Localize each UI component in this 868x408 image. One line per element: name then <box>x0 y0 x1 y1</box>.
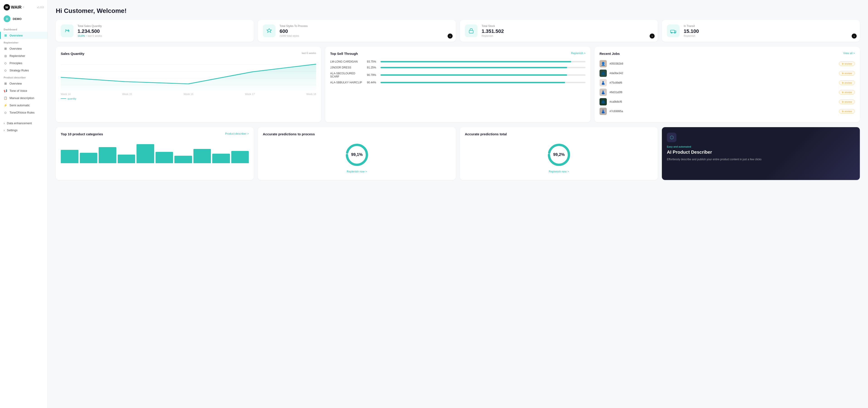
sell-bar-fill-2 <box>380 74 567 76</box>
job-id-5: #7c69995a <box>610 110 836 113</box>
recent-jobs-card: Recent Jobs View all > 👤 #050382b9 In re… <box>594 47 860 122</box>
job-item-2: 👗 #75c89df6 In review <box>599 79 855 86</box>
job-badge-5: In review <box>839 109 855 114</box>
sales-chart-subtitle: last 6 weeks <box>302 52 316 54</box>
accurate-total-donut: 99,2% Replenish now > <box>465 139 653 175</box>
label: Overview <box>9 82 22 85</box>
styles-arrow[interactable]: › <box>447 34 453 38</box>
sell-name-2: ALA-SBCOLOURED SCARF <box>330 72 364 78</box>
sell-through-header: Top Sell Through Replenish > <box>330 52 586 57</box>
legend-label: quantity <box>68 97 76 100</box>
job-badge-2: In review <box>839 81 855 85</box>
sales-icon <box>61 25 73 37</box>
stat-sub-sales: 13,5% ↑ last 6 weeks <box>78 34 249 37</box>
stat-info-stock: Total Stock 1.351.502 Replenish <box>482 25 653 37</box>
sidebar-item-pd-overview[interactable]: ⊞ Overview <box>0 80 48 87</box>
categories-bars <box>61 140 249 163</box>
sidebar-item-tov-rules[interactable]: ◇ ToneOfVoice Rules <box>0 109 48 116</box>
job-thumb-4: 🧥 <box>599 98 607 105</box>
stat-sub-transit: Replenish <box>684 34 855 37</box>
sell-bar-bg-1 <box>380 67 586 68</box>
label: ToneOfVoice Rules <box>9 111 35 114</box>
sell-bar-fill-1 <box>380 67 567 68</box>
sidebar-item-overview[interactable]: ⊞ Overview <box>0 32 48 39</box>
replenish-now-process-link[interactable]: Replenish now > <box>347 170 367 173</box>
job-id-0: #050382b9 <box>610 62 836 65</box>
job-thumb-0: 👤 <box>599 60 607 67</box>
job-badge-1: In review <box>839 71 855 75</box>
label: Tone of Voice <box>9 89 27 92</box>
app-name: WAIR <box>11 5 22 10</box>
sidebar-item-strategy-rules[interactable]: ◇ Strategy Rules <box>0 67 48 74</box>
categories-card: Top 10 product categories Product descri… <box>56 127 254 180</box>
cat-bar-9 <box>212 154 230 163</box>
ai-promo-card: ⬡ Easy and automated AI Product Describe… <box>662 127 860 180</box>
sidebar-item-manual-desc[interactable]: 📋 Manual description <box>0 94 48 101</box>
job-item-1: 🧥 #da0be342 In review <box>599 70 855 77</box>
stat-label-transit: In Transit <box>684 25 855 28</box>
recent-jobs-list: 👤 #050382b9 In review 🧥 #da0be342 In rev… <box>599 60 855 115</box>
job-item-4: 🧥 #ca9b8cf6 In review <box>599 98 855 105</box>
cat-bar-10 <box>231 151 249 163</box>
stat-label-stock: Total Stock <box>482 25 653 28</box>
cat-bar-6 <box>156 152 173 163</box>
chevron-icon: › <box>4 122 4 125</box>
bottom-row: Top 10 product categories Product descri… <box>56 127 860 180</box>
stat-card-styles: Total Styles To Process 600 /1000 total … <box>258 20 456 42</box>
sidebar-item-semi-auto[interactable]: ⚡ Semi automatic <box>0 101 48 109</box>
categories-title: Top 10 product categories <box>61 132 103 136</box>
sales-chart-svg <box>61 60 316 92</box>
sell-name-3: ALA-SBBULKY HAIRCLIP <box>330 81 364 84</box>
cat-bar-4 <box>118 155 135 163</box>
stat-card-total-sales: Total Sales Quantity 1.234.500 13,5% ↑ l… <box>56 20 254 42</box>
sidebar-item-replenisher-overview[interactable]: ⊞ Overview <box>0 45 48 52</box>
recent-jobs-link[interactable]: View all > <box>843 52 855 55</box>
chart-labels: Week 14 Week 15 Week 16 Week 17 Week 18 <box>61 93 316 95</box>
job-thumb-3: 👗 <box>599 89 607 96</box>
donut-value-total: 99,2% <box>553 152 565 157</box>
sidebar-item-settings[interactable]: › Settings <box>0 127 48 134</box>
sell-pct-2: 90.79% <box>367 73 378 76</box>
sales-chart-title: Sales Quantity <box>61 52 84 56</box>
tov-icon: 📢 <box>4 89 7 92</box>
app-version: v1.0.0 <box>37 6 44 9</box>
replenish-now-total-link[interactable]: Replenish now > <box>549 170 569 173</box>
sidebar-item-tone-of-voice[interactable]: 📢 Tone of Voice <box>0 87 48 94</box>
week-15: Week 15 <box>122 93 132 95</box>
grid-icon: ⊞ <box>4 34 7 37</box>
job-id-4: #ca9b8cf6 <box>610 100 836 103</box>
categories-header: Top 10 product categories Product descri… <box>61 132 249 137</box>
sell-through-link[interactable]: Replenish > <box>571 52 586 55</box>
stat-cards: Total Sales Quantity 1.234.500 13,5% ↑ l… <box>56 20 860 42</box>
sell-name-1: JJNOOR DRESS <box>330 66 364 69</box>
accurate-process-card: Accurate predictions to process 99,1% Re… <box>258 127 456 180</box>
cat-bar-1 <box>61 150 79 163</box>
sidebar-item-replenisher[interactable]: ◎ Replenisher <box>0 52 48 59</box>
stat-value-stock: 1.351.502 <box>482 29 653 34</box>
sell-pct-1: 91.25% <box>367 66 378 69</box>
transit-arrow[interactable]: › <box>852 34 857 38</box>
cat-bar-3 <box>99 147 116 163</box>
accurate-process-donut: 99,1% Replenish now > <box>263 139 451 175</box>
sell-item-3: ALA-SBBULKY HAIRCLIP 90.44% <box>330 81 586 84</box>
accurate-total-card: Accurate predictions total 99,2% Repleni… <box>460 127 658 180</box>
job-thumb-1: 🧥 <box>599 70 607 77</box>
stat-info-sales: Total Sales Quantity 1.234.500 13,5% ↑ l… <box>78 25 249 37</box>
stock-arrow[interactable]: › <box>650 34 655 38</box>
sidebar-item-principles[interactable]: ◇ Principles <box>0 59 48 67</box>
sidebar-item-data-enhancement[interactable]: › Data enhancement <box>0 120 48 127</box>
categories-link[interactable]: Product describer > <box>225 132 249 135</box>
strategy-icon: ◇ <box>4 68 7 72</box>
job-id-2: #75c89df6 <box>610 81 836 84</box>
stat-card-stock: Total Stock 1.351.502 Replenish › <box>460 20 658 42</box>
stat-sub-stock: Replenish <box>482 34 653 37</box>
job-badge-0: In review <box>839 61 855 66</box>
week-14: Week 14 <box>61 93 70 95</box>
job-item-3: 👗 #6d31a5f8 In review <box>599 89 855 96</box>
replenisher-section-label: Replenisher <box>0 39 48 45</box>
stat-label-sales: Total Sales Quantity <box>78 25 249 28</box>
job-item-0: 👤 #050382b9 In review <box>599 60 855 67</box>
legend-line <box>61 98 66 99</box>
stat-sub-styles: /1000 total styles <box>280 34 451 37</box>
label: Semi automatic <box>9 103 30 107</box>
